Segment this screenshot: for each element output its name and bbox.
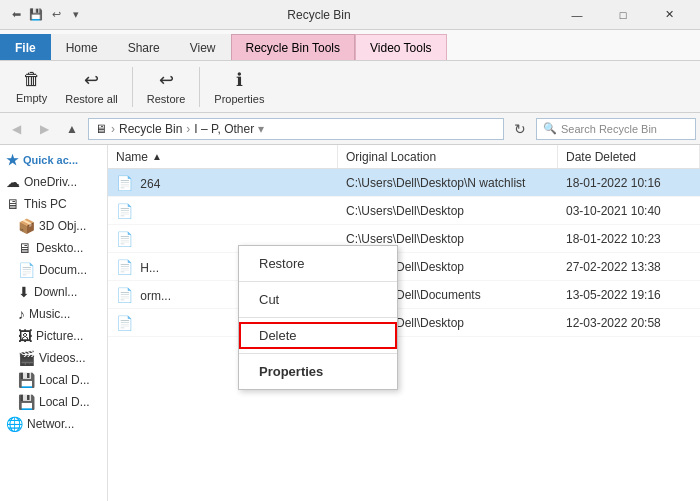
sidebar-label-local-disk-d: Local D...: [39, 395, 90, 409]
restore-selected-icon: ↩: [159, 69, 174, 91]
menu-icon: ▾: [68, 7, 84, 23]
forward-button[interactable]: ▶: [32, 117, 56, 141]
file-icon: 📄: [116, 287, 133, 303]
quick-access-icon: ⬅: [8, 7, 24, 23]
documents-icon: 📄: [18, 262, 35, 278]
sidebar-label-local-disk-c: Local D...: [39, 373, 90, 387]
context-menu: Restore Cut Delete Properties: [238, 245, 398, 390]
file-location: C:\Users\Dell\Desktop: [338, 204, 558, 218]
file-location: C:\Users\Dell\Desktop\N watchlist: [338, 176, 558, 190]
back-button[interactable]: ◀: [4, 117, 28, 141]
save-icon: 💾: [28, 7, 44, 23]
table-row[interactable]: 📄 C:\Users\Dell\Desktop 18-01-2022 10:23: [108, 225, 700, 253]
col-header-name[interactable]: Name ▲: [108, 145, 338, 168]
sidebar-item-music[interactable]: ♪ Music...: [0, 303, 107, 325]
file-date: 13-05-2022 19:16: [558, 288, 700, 302]
context-menu-separator-2: [239, 317, 397, 318]
sidebar-label-this-pc: This PC: [24, 197, 67, 211]
quick-access-star-icon: ★: [6, 152, 19, 168]
file-name: 📄: [108, 203, 338, 219]
sidebar-item-desktop[interactable]: 🖥 Deskto...: [0, 237, 107, 259]
onedrive-icon: ☁: [6, 174, 20, 190]
ribbon-restore-selected[interactable]: ↩ Restore: [139, 65, 194, 109]
refresh-button[interactable]: ↻: [508, 117, 532, 141]
sidebar: ★ Quick ac... ☁ OneDriv... 🖥 This PC 📦 3…: [0, 145, 108, 501]
search-icon: 🔍: [543, 122, 557, 135]
context-menu-delete[interactable]: Delete: [239, 322, 397, 349]
sidebar-item-3d-objects[interactable]: 📦 3D Obj...: [0, 215, 107, 237]
table-row[interactable]: 📄 H... C:\Users\Dell\Desktop 27-02-2022 …: [108, 253, 700, 281]
desktop-icon: 🖥: [18, 240, 32, 256]
restore-all-icon: ↩: [84, 69, 99, 91]
sidebar-item-documents[interactable]: 📄 Docum...: [0, 259, 107, 281]
tab-file[interactable]: File: [0, 34, 51, 60]
file-icon: 📄: [116, 315, 133, 331]
sidebar-item-local-disk-c[interactable]: 💾 Local D...: [0, 369, 107, 391]
sidebar-label-music: Music...: [29, 307, 70, 321]
file-icon: 📄: [116, 203, 133, 219]
file-list-header: Name ▲ Original Location Date Deleted: [108, 145, 700, 169]
sidebar-item-quick-access[interactable]: ★ Quick ac...: [0, 149, 107, 171]
title-bar: ⬅ 💾 ↩ ▾ Recycle Bin — □ ✕: [0, 0, 700, 30]
path-icon: 🖥: [95, 122, 107, 136]
sidebar-item-onedrive[interactable]: ☁ OneDriv...: [0, 171, 107, 193]
sidebar-item-downloads[interactable]: ⬇ Downl...: [0, 281, 107, 303]
table-row[interactable]: 📄 orm... C:\Users\Dell\Documents 13-05-2…: [108, 281, 700, 309]
downloads-icon: ⬇: [18, 284, 30, 300]
sidebar-item-pictures[interactable]: 🖼 Picture...: [0, 325, 107, 347]
separator-2: [199, 67, 200, 107]
3d-objects-icon: 📦: [18, 218, 35, 234]
context-menu-properties[interactable]: Properties: [239, 358, 397, 385]
file-location: C:\Users\Dell\Desktop: [338, 232, 558, 246]
tab-video-tools[interactable]: Video Tools: [355, 34, 447, 60]
sidebar-item-network[interactable]: 🌐 Networ...: [0, 413, 107, 435]
file-icon: 📄: [116, 231, 133, 247]
file-icon: 📄: [116, 259, 133, 275]
title-bar-icons: ⬅ 💾 ↩ ▾: [8, 7, 84, 23]
sidebar-label-videos: Videos...: [39, 351, 85, 365]
file-date: 12-03-2022 20:58: [558, 316, 700, 330]
sidebar-label-downloads: Downl...: [34, 285, 77, 299]
music-icon: ♪: [18, 306, 25, 322]
window-controls: — □ ✕: [554, 0, 692, 30]
ribbon-restore-all[interactable]: ↩ Restore all: [57, 65, 126, 109]
sidebar-label-pictures: Picture...: [36, 329, 83, 343]
file-list: Name ▲ Original Location Date Deleted 📄 …: [108, 145, 700, 501]
properties-icon: ℹ: [236, 69, 243, 91]
table-row[interactable]: 📄 C:\Users\Dell\Desktop 12-03-2022 20:58: [108, 309, 700, 337]
network-icon: 🌐: [6, 416, 23, 432]
col-header-location[interactable]: Original Location: [338, 145, 558, 168]
sidebar-item-videos[interactable]: 🎬 Videos...: [0, 347, 107, 369]
ribbon-properties[interactable]: ℹ Properties: [206, 65, 272, 109]
close-button[interactable]: ✕: [646, 0, 692, 30]
undo-icon: ↩: [48, 7, 64, 23]
sidebar-label-quick-access: Quick ac...: [23, 154, 78, 166]
ribbon-groups: 🗑 Empty ↩ Restore all ↩ Restore ℹ Proper…: [0, 60, 700, 112]
maximize-button[interactable]: □: [600, 0, 646, 30]
sort-arrow-name: ▲: [152, 151, 162, 162]
tab-recycle-bin-tools[interactable]: Recycle Bin Tools: [231, 34, 356, 60]
separator-1: [132, 67, 133, 107]
context-menu-restore[interactable]: Restore: [239, 250, 397, 277]
ribbon: File Home Share View Recycle Bin Tools V…: [0, 30, 700, 113]
sidebar-label-desktop: Deskto...: [36, 241, 83, 255]
ribbon-empty-recycle[interactable]: 🗑 Empty: [8, 65, 55, 108]
context-menu-cut[interactable]: Cut: [239, 286, 397, 313]
local-disk-c-icon: 💾: [18, 372, 35, 388]
sidebar-item-local-disk-d[interactable]: 💾 Local D...: [0, 391, 107, 413]
sidebar-item-this-pc[interactable]: 🖥 This PC: [0, 193, 107, 215]
tab-home[interactable]: Home: [51, 34, 113, 60]
pictures-icon: 🖼: [18, 328, 32, 344]
ribbon-tabs: File Home Share View Recycle Bin Tools V…: [0, 30, 700, 60]
sidebar-label-3d-objects: 3D Obj...: [39, 219, 86, 233]
up-button[interactable]: ▲: [60, 117, 84, 141]
search-box[interactable]: 🔍 Search Recycle Bin: [536, 118, 696, 140]
empty-recycle-icon: 🗑: [23, 69, 41, 90]
table-row[interactable]: 📄 C:\Users\Dell\Desktop 03-10-2021 10:40: [108, 197, 700, 225]
address-path[interactable]: 🖥 › Recycle Bin › I – P, Other ▾: [88, 118, 504, 140]
tab-share[interactable]: Share: [113, 34, 175, 60]
col-header-date[interactable]: Date Deleted: [558, 145, 700, 168]
minimize-button[interactable]: —: [554, 0, 600, 30]
table-row[interactable]: 📄 264 C:\Users\Dell\Desktop\N watchlist …: [108, 169, 700, 197]
tab-view[interactable]: View: [175, 34, 231, 60]
